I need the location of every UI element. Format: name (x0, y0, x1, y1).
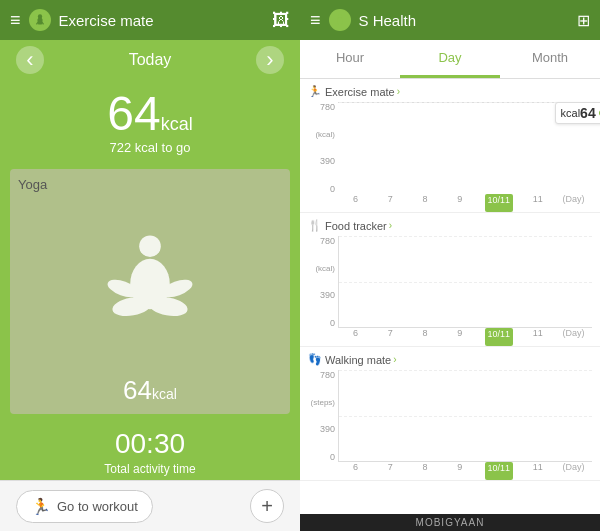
walking-y-780: 780 (308, 370, 338, 380)
watermark: MOBIGYAAN (300, 514, 600, 531)
left-header: ≡ Exercise mate 🖼 (0, 0, 300, 40)
calories-unit: kcal (161, 114, 193, 134)
x-label-6: 6 (345, 194, 365, 212)
app-title: Exercise mate (59, 12, 272, 29)
exercise-y-labels: 780 (kcal) 390 0 (308, 102, 338, 194)
food-y-labels: 780 (kcal) 390 0 (308, 236, 338, 328)
time-section: 00:30 Total activity time (0, 422, 300, 480)
yoga-calories-unit: kcal (152, 386, 177, 402)
walking-chart-title[interactable]: 👣 Walking mate › (308, 353, 592, 366)
workout-btn-label: Go to workout (57, 499, 138, 514)
x-label-10-11: 10/11 (485, 194, 514, 212)
food-chart-wrapper: 780 (kcal) 390 0 6 7 8 9 10/11 11 (Day) (308, 236, 592, 346)
x-label-7: 7 (380, 194, 400, 212)
exercise-arrow-icon: › (397, 86, 400, 97)
x-label-11: 11 (528, 194, 548, 212)
exercise-chart-area: kcal 64 (338, 102, 600, 103)
shealth-logo (329, 9, 351, 31)
calories-remaining: 722 kcal to go (110, 140, 191, 155)
image-icon[interactable]: 🖼 (272, 10, 290, 31)
app-logo (29, 9, 51, 31)
food-chart-section: 🍴 Food tracker › 780 (kcal) 390 0 6 7 (300, 213, 600, 347)
food-chart-area (338, 236, 592, 328)
shealth-title: S Health (359, 12, 577, 29)
charts-area: 🏃 Exercise mate › 780 (kcal) 390 0 (300, 79, 600, 514)
food-x-labels: 6 7 8 9 10/11 11 (Day) (338, 328, 592, 346)
add-button[interactable]: + (250, 489, 284, 523)
tab-hour[interactable]: Hour (300, 40, 400, 78)
current-date: Today (129, 51, 172, 69)
exercise-value: kcal (561, 107, 581, 119)
exercise-chart-section: 🏃 Exercise mate › 780 (kcal) 390 0 (300, 79, 600, 213)
tab-month[interactable]: Month (500, 40, 600, 78)
food-y-0: 0 (308, 318, 338, 328)
walking-chart-area (338, 370, 592, 462)
calories-section: 64kcal 722 kcal to go (0, 80, 300, 161)
next-day-button[interactable]: › (256, 46, 284, 74)
walking-chart-wrapper: 780 (steps) 390 0 6 7 8 9 10/11 11 (Day) (308, 370, 592, 480)
left-panel: ≡ Exercise mate 🖼 ‹ Today › 64kcal 722 k… (0, 0, 300, 531)
food-icon: 🍴 (308, 219, 322, 232)
tab-day[interactable]: Day (400, 40, 500, 78)
go-to-workout-button[interactable]: 🏃 Go to workout (16, 490, 153, 523)
y-label-390: 390 (308, 156, 338, 166)
calories-value: 64 (107, 87, 160, 140)
y-label-0: 0 (308, 184, 338, 194)
x-label-day: (Day) (563, 194, 585, 212)
exercise-x-labels: 6 7 8 9 10/11 11 (Day) (338, 194, 592, 212)
walking-chart-section: 👣 Walking mate › 780 (steps) 390 0 6 7 (300, 347, 600, 481)
svg-line-2 (41, 22, 43, 25)
walking-y-0: 0 (308, 452, 338, 462)
prev-day-button[interactable]: ‹ (16, 46, 44, 74)
y-label-unit: (kcal) (308, 130, 338, 139)
hamburger-icon[interactable]: ≡ (10, 10, 21, 31)
food-chart-title[interactable]: 🍴 Food tracker › (308, 219, 592, 232)
food-y-780: 780 (308, 236, 338, 246)
x-label-9: 9 (450, 194, 470, 212)
walking-grid-top (339, 370, 592, 371)
walking-y-labels: 780 (steps) 390 0 (308, 370, 338, 462)
workout-icon: 🏃 (31, 497, 51, 516)
tabs-bar: Hour Day Month (300, 40, 600, 79)
food-y-unit: (kcal) (308, 264, 338, 273)
walking-arrow-icon: › (393, 354, 396, 365)
exercise-chart-wrapper: 780 (kcal) 390 0 kcal 64 (308, 102, 592, 212)
yoga-calories-value: 64 (123, 375, 152, 405)
walking-x-labels: 6 7 8 9 10/11 11 (Day) (338, 462, 592, 480)
food-y-390: 390 (308, 290, 338, 300)
walking-grid-mid (339, 416, 592, 417)
exercise-icon: 🏃 (308, 85, 322, 98)
time-label: Total activity time (104, 462, 195, 476)
right-hamburger-icon[interactable]: ≡ (310, 10, 321, 31)
svg-line-1 (36, 22, 38, 25)
walking-y-unit: (steps) (308, 398, 338, 407)
exercise-cal-number: 64 (580, 105, 596, 121)
exercise-chart-title[interactable]: 🏃 Exercise mate › (308, 85, 592, 98)
time-display: 00:30 (115, 428, 185, 460)
food-grid-mid (339, 282, 592, 283)
right-panel: ≡ S Health ⊞ Hour Day Month 🏃 Exercise m… (300, 0, 600, 531)
exercise-value-bubble: kcal 64 (555, 102, 600, 124)
grid-icon[interactable]: ⊞ (577, 11, 590, 30)
svg-point-3 (139, 235, 161, 257)
x-label-8: 8 (415, 194, 435, 212)
yoga-figure (105, 192, 195, 375)
bottom-bar: 🏃 Go to workout + (0, 480, 300, 531)
right-header: ≡ S Health ⊞ (300, 0, 600, 40)
date-nav-bar: ‹ Today › (0, 40, 300, 80)
yoga-calories-display: 64kcal (123, 375, 177, 406)
y-label-780: 780 (308, 102, 338, 112)
food-grid-top (339, 236, 592, 237)
calories-display: 64kcal (107, 90, 192, 138)
food-arrow-icon: › (389, 220, 392, 231)
yoga-label: Yoga (18, 177, 47, 192)
walking-icon: 👣 (308, 353, 322, 366)
yoga-card: Yoga 64kcal (10, 169, 290, 414)
walking-y-390: 390 (308, 424, 338, 434)
